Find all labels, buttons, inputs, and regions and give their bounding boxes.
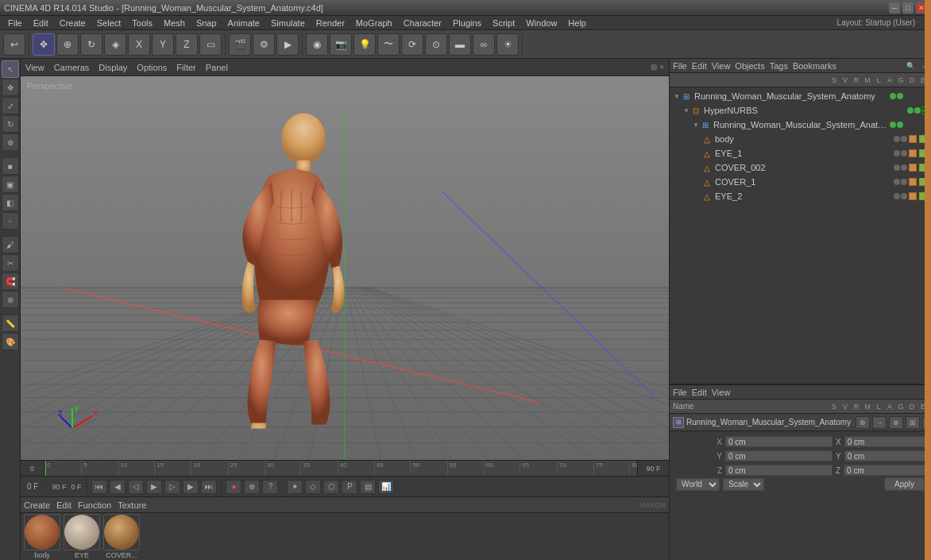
tree-dot-b-1[interactable] <box>894 136 900 142</box>
attr-menu-file[interactable]: File <box>673 388 687 397</box>
tree-dot-e2-2[interactable] <box>901 193 907 199</box>
menu-script[interactable]: Script <box>488 17 520 29</box>
render-button[interactable]: ▶ <box>276 33 299 56</box>
scale-tool[interactable]: ⤢ <box>2 97 19 114</box>
spline-button[interactable]: 〜 <box>377 33 400 56</box>
poly-mode[interactable]: ◧ <box>2 194 19 211</box>
goto-start-button[interactable]: ⏮ <box>91 480 107 494</box>
obj-menu-edit[interactable]: Edit <box>692 61 707 71</box>
pla-button[interactable]: P <box>342 480 357 494</box>
tree-dot-m-2[interactable] <box>897 122 903 128</box>
tree-dot-hn-1[interactable] <box>907 107 914 114</box>
goto-end-button[interactable]: ⏭ <box>201 480 217 494</box>
tree-dot-c2-2[interactable] <box>901 164 907 171</box>
rotate-tool-button[interactable]: ↻ <box>80 33 102 56</box>
viewport-menu-panel[interactable]: Panel <box>206 63 228 72</box>
menu-character[interactable]: Character <box>399 17 446 29</box>
maximize-button[interactable]: □ <box>902 2 914 14</box>
attr-y-size[interactable] <box>844 450 931 462</box>
tree-dot-hn-2[interactable] <box>914 107 921 114</box>
knife-tool[interactable]: ✂ <box>2 254 19 272</box>
tree-row-eye1[interactable]: △ EYE_1 <box>670 146 931 160</box>
mat-menu-create[interactable]: Create <box>24 500 50 510</box>
menu-tools[interactable]: Tools <box>127 17 157 29</box>
generator-button[interactable]: ⟳ <box>401 33 423 56</box>
obj-menu-bookmarks[interactable]: Bookmarks <box>793 61 836 71</box>
material-cover[interactable]: COVER... <box>103 514 140 559</box>
viewport-menu-display[interactable]: Display <box>99 63 127 72</box>
attr-menu-view[interactable]: View <box>712 388 731 397</box>
scale-select[interactable]: Scale Size <box>723 478 764 491</box>
material-body[interactable]: body <box>24 514 60 559</box>
measure-tool[interactable]: 📏 <box>2 315 19 332</box>
selection-tool[interactable]: ↖ <box>2 60 19 78</box>
attr-tool-4[interactable]: ⊞ <box>906 416 920 429</box>
obj-search-icon[interactable]: 🔍 <box>906 62 915 70</box>
paint-tool[interactable]: 🎨 <box>2 333 19 350</box>
viewport-menu-view[interactable]: View <box>25 63 44 72</box>
menu-edit[interactable]: Edit <box>29 17 53 29</box>
attr-y-pos[interactable] <box>725 450 832 462</box>
minimize-button[interactable]: ─ <box>889 2 900 14</box>
tree-row-mesh[interactable]: ▼ ⊞ Running_Woman_Muscular_System_Anatom… <box>670 118 931 132</box>
move-tool[interactable]: ✥ <box>2 79 19 96</box>
select-mode-button[interactable]: ▭ <box>199 33 222 56</box>
next-key-button[interactable]: ▷ <box>164 480 180 494</box>
null-object-button[interactable]: ◉ <box>306 33 328 56</box>
tree-dot-b-2[interactable] <box>901 136 907 142</box>
auto-key-button[interactable]: ⊕ <box>244 480 260 494</box>
tree-dot-e2-1[interactable] <box>894 193 900 199</box>
timeline-view-button[interactable]: 📊 <box>378 480 394 494</box>
mat-menu-function[interactable]: Function <box>78 500 111 510</box>
prev-key-button[interactable]: ◁ <box>128 480 144 494</box>
attr-z-pos[interactable] <box>725 465 832 476</box>
morph-button[interactable]: ◇ <box>305 480 321 494</box>
menu-help[interactable]: Help <box>563 17 591 29</box>
viewport-menu-filter[interactable]: Filter <box>176 63 195 72</box>
edge-mode[interactable]: ▣ <box>2 176 19 193</box>
infinity-button[interactable]: ∞ <box>473 33 495 56</box>
light2-button[interactable]: ☀ <box>496 33 519 56</box>
apply-button[interactable]: Apply <box>884 477 925 491</box>
point-mode[interactable]: ◦ <box>2 212 19 230</box>
attr-tool-2[interactable]: → <box>872 416 887 429</box>
viewport[interactable]: Perspective <box>21 76 669 460</box>
scale-tool-button[interactable]: ⊕ <box>56 33 79 56</box>
tree-row-cover1[interactable]: △ COVER_1 <box>670 175 931 189</box>
menu-create[interactable]: Create <box>55 17 91 29</box>
transform-tool[interactable]: ⊕ <box>2 133 19 151</box>
menu-window[interactable]: Window <box>521 17 562 29</box>
tree-dot-e1-2[interactable] <box>901 150 907 156</box>
rotate-tool[interactable]: ↻ <box>2 115 19 133</box>
viewport-menu-cameras[interactable]: Cameras <box>54 63 90 72</box>
render-settings-button[interactable]: ⚙ <box>253 33 275 56</box>
next-frame-button[interactable]: ▶ <box>183 480 199 494</box>
light-button[interactable]: 💡 <box>353 33 376 56</box>
tree-dot-m-1[interactable] <box>890 122 896 128</box>
menu-snap[interactable]: Snap <box>191 17 222 29</box>
tree-dot-cv1-1[interactable] <box>894 179 900 185</box>
tree-row-hypernurbs[interactable]: ▼ ⊡ HyperNURBS ✓ <box>670 103 931 118</box>
motion-path-button[interactable]: ✦ <box>287 480 303 494</box>
floor-button[interactable]: ▬ <box>449 33 471 56</box>
key-sel-button[interactable]: ? <box>262 480 278 494</box>
play-button[interactable]: ▶ <box>146 480 162 494</box>
tree-row-eye2[interactable]: △ EYE_2 <box>670 189 931 203</box>
menu-plugins[interactable]: Plugins <box>448 17 486 29</box>
mat-menu-texture[interactable]: Texture <box>118 500 146 510</box>
deformer-button[interactable]: ⊙ <box>425 33 447 56</box>
obj-menu-file[interactable]: File <box>673 61 687 71</box>
model-mode[interactable]: ■ <box>2 157 19 175</box>
attr-tool-1[interactable]: ⊕ <box>856 416 870 429</box>
tree-dot-2[interactable] <box>897 93 903 99</box>
tree-row-body[interactable]: △ body <box>670 132 931 146</box>
menu-mesh[interactable]: Mesh <box>159 17 190 29</box>
prev-frame-button[interactable]: ◀ <box>110 480 126 494</box>
brush-tool[interactable]: 🖌 <box>2 236 19 253</box>
select-poly-button[interactable]: Z <box>176 33 198 56</box>
menu-animate[interactable]: Animate <box>223 17 265 29</box>
menu-mograph[interactable]: MoGraph <box>351 17 397 29</box>
tree-row-cover002[interactable]: △ COVER_002 <box>670 160 931 175</box>
tree-dot-1[interactable] <box>890 93 896 99</box>
attr-z-size[interactable] <box>844 465 931 476</box>
